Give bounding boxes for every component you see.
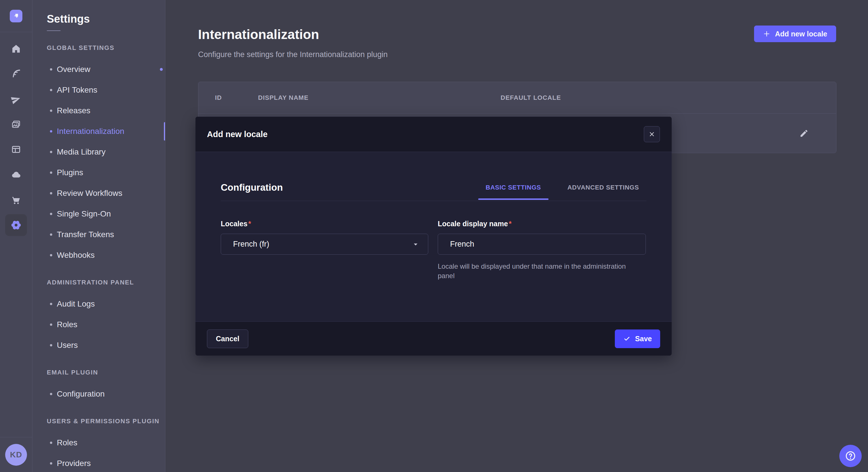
chevron-down-icon: [411, 240, 420, 248]
tab-advanced-settings[interactable]: ADVANCED SETTINGS: [560, 183, 646, 192]
required-asterisk: *: [509, 220, 512, 228]
configuration-title: Configuration: [221, 182, 283, 193]
display-name-input[interactable]: [438, 234, 646, 255]
cancel-button[interactable]: Cancel: [207, 330, 248, 348]
modal-header: Add new locale: [195, 117, 672, 152]
add-locale-modal: Add new locale Configuration BASIC SETTI…: [195, 117, 672, 356]
check-icon: [623, 335, 631, 342]
close-icon: [648, 131, 656, 138]
display-name-field: Locale display name* Locale will be disp…: [438, 220, 646, 287]
close-modal-button[interactable]: [644, 126, 660, 142]
required-asterisk: *: [248, 220, 251, 228]
save-button[interactable]: Save: [615, 330, 660, 348]
modal-title: Add new locale: [207, 130, 268, 139]
display-name-hint: Locale will be displayed under that name…: [438, 262, 631, 280]
locales-label: Locales*: [221, 220, 428, 228]
modal-fields: Locales* French (fr) Locale display name…: [221, 220, 646, 287]
tab-basic-settings[interactable]: BASIC SETTINGS: [478, 183, 549, 192]
configuration-section-header: Configuration BASIC SETTINGS ADVANCED SE…: [221, 182, 646, 201]
display-name-label: Locale display name*: [438, 220, 646, 228]
modal-footer: Cancel Save: [195, 322, 672, 356]
locales-select-value: French (fr): [233, 240, 269, 248]
locales-field: Locales* French (fr): [221, 220, 428, 287]
save-label: Save: [635, 335, 652, 343]
locales-select[interactable]: French (fr): [221, 234, 428, 255]
modal-tabs: BASIC SETTINGS ADVANCED SETTINGS: [478, 183, 646, 192]
